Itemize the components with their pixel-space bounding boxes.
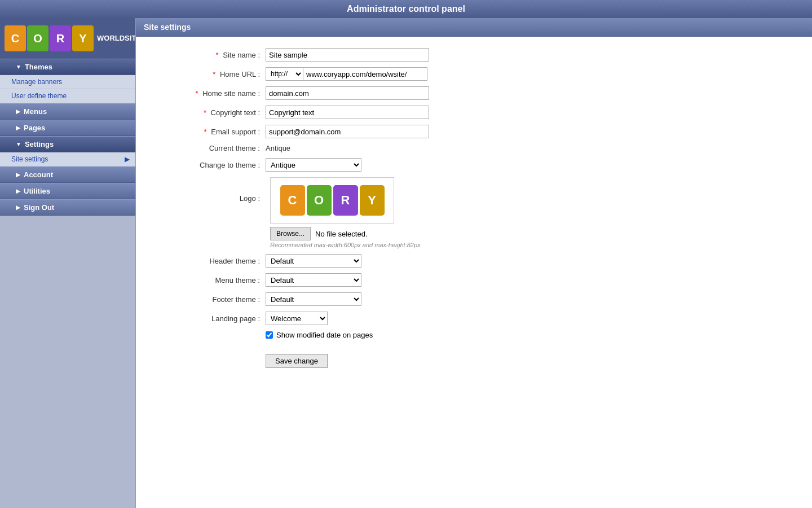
site-name-row: * Site name : (153, 48, 795, 62)
account-label: Account (24, 170, 53, 179)
copyright-text-label: * Copyright text : (153, 108, 266, 117)
copyright-text-row: * Copyright text : (153, 106, 795, 119)
sidebar-item-manage-banners[interactable]: Manage banners (0, 75, 135, 89)
account-arrow-icon: ▶ (16, 172, 20, 178)
header-theme-label: Header theme : (153, 257, 266, 265)
landing-page-row: Landing page : Welcome Home About (153, 312, 795, 325)
logo-piece-r: R (50, 25, 71, 51)
email-support-label: * Email support : (153, 128, 266, 136)
pages-arrow-icon: ▶ (16, 125, 20, 131)
url-group: http:// https:// (266, 67, 427, 81)
settings-label: Settings (25, 140, 54, 148)
change-theme-label: Change to theme : (153, 161, 266, 169)
copyright-text-input[interactable] (266, 106, 429, 119)
landing-page-select[interactable]: Welcome Home About (266, 312, 328, 325)
sidebar: C O R Y WORLDSITE ▼ Themes Manage banner… (0, 18, 135, 508)
manage-banners-label: Manage banners (11, 78, 62, 86)
footer-theme-label: Footer theme : (153, 295, 266, 304)
logo-piece-o: O (27, 25, 48, 51)
sidebar-item-themes[interactable]: ▼ Themes (0, 59, 135, 75)
change-theme-select[interactable]: Antique Default Blue Green Red (266, 158, 361, 172)
menu-theme-row: Menu theme : Default Blue Green Red (153, 273, 795, 287)
site-settings-form: * Site name : * Home URL : http:// https… (136, 37, 812, 385)
preview-piece-c: C (280, 185, 305, 216)
footer-theme-select[interactable]: Default Blue Green Red (266, 292, 361, 306)
main-content: Site settings * Site name : * Home URL : (135, 18, 812, 508)
signout-label: Sign Out (24, 203, 54, 212)
themes-label: Themes (25, 63, 52, 71)
settings-arrow-icon: ▼ (16, 141, 21, 147)
site-logo: C O R Y WORLDSITE (5, 25, 141, 51)
menu-theme-select[interactable]: Default Blue Green Red (266, 273, 361, 287)
sidebar-item-utilities[interactable]: ▶ Utilities (0, 183, 135, 199)
required-star-4: * (204, 108, 206, 117)
file-upload-row: Browse... No file selected. (270, 227, 368, 240)
menu-theme-label: Menu theme : (153, 276, 266, 284)
home-url-row: * Home URL : http:// https:// (153, 67, 795, 81)
save-button[interactable]: Save change (266, 354, 328, 368)
email-support-input[interactable] (266, 125, 429, 138)
pages-label: Pages (24, 124, 45, 132)
site-settings-label: Site settings (11, 155, 48, 163)
logo-row: Logo : C O R Y Browse... No file selecte… (153, 177, 795, 248)
logo-tagline-top: WORLDSITE (97, 34, 141, 43)
required-star-3: * (195, 89, 198, 98)
header-theme-row: Header theme : Default Blue Green Red (153, 254, 795, 268)
sidebar-item-settings[interactable]: ▼ Settings (0, 136, 135, 152)
show-modified-checkbox[interactable] (266, 331, 273, 339)
logo-piece-y: Y (72, 25, 94, 51)
sidebar-item-account[interactable]: ▶ Account (0, 167, 135, 183)
no-file-text: No file selected. (315, 230, 368, 238)
site-settings-arrow-icon: ▶ (125, 155, 130, 163)
admin-title: Administrator control panel (347, 4, 465, 14)
preview-piece-o: O (307, 185, 332, 216)
required-star-2: * (213, 70, 215, 78)
sidebar-item-menus[interactable]: ▶ Menus (0, 103, 135, 120)
menus-label: Menus (24, 107, 47, 116)
landing-page-label: Landing page : (153, 314, 266, 323)
save-row: Save change (153, 351, 795, 368)
current-theme-row: Current theme : Antique (153, 144, 795, 152)
sidebar-item-sign-out[interactable]: ▶ Sign Out (0, 199, 135, 216)
required-star-5: * (204, 128, 207, 136)
signout-arrow-icon: ▶ (16, 204, 20, 211)
logo-preview-area: C O R Y Browse... No file selected. Reco… (270, 177, 421, 248)
show-modified-row: Show modified date on pages (153, 331, 795, 345)
sidebar-item-site-settings[interactable]: Site settings ▶ (0, 152, 135, 167)
current-theme-value: Antique (266, 144, 290, 152)
utilities-label: Utilities (24, 187, 50, 195)
logo-preview-image: C O R Y (278, 183, 387, 218)
footer-theme-row: Footer theme : Default Blue Green Red (153, 292, 795, 306)
logo-text: WORLDSITE (97, 34, 141, 43)
email-support-row: * Email support : (153, 125, 795, 138)
logo-area: C O R Y WORLDSITE (0, 18, 135, 59)
url-protocol-select[interactable]: http:// https:// (266, 67, 303, 81)
change-theme-row: Change to theme : Antique Default Blue G… (153, 158, 795, 172)
utilities-arrow-icon: ▶ (16, 188, 20, 194)
site-name-label: * Site name : (153, 51, 266, 59)
section-title-text: Site settings (144, 23, 191, 32)
user-define-theme-label: User define theme (11, 92, 67, 100)
logo-image-box: C O R Y (270, 177, 394, 224)
logo-piece-c: C (5, 25, 26, 51)
section-title: Site settings (136, 18, 812, 37)
sidebar-item-pages[interactable]: ▶ Pages (0, 120, 135, 136)
site-name-input[interactable] (266, 48, 429, 62)
sidebar-item-user-define-theme[interactable]: User define theme (0, 89, 135, 103)
home-url-label: * Home URL : (153, 70, 266, 78)
required-star: * (216, 51, 219, 59)
home-site-name-input[interactable] (266, 86, 429, 100)
home-site-name-row: * Home site name : (153, 86, 795, 100)
header-theme-select[interactable]: Default Blue Green Red (266, 254, 361, 268)
home-site-name-label: * Home site name : (153, 89, 266, 98)
preview-piece-r: R (333, 185, 358, 216)
url-path-input[interactable] (303, 67, 427, 81)
browse-button[interactable]: Browse... (270, 227, 311, 240)
menus-arrow-icon: ▶ (16, 108, 20, 115)
admin-header: Administrator control panel (0, 0, 812, 18)
preview-piece-y: Y (360, 185, 385, 216)
current-theme-label: Current theme : (153, 144, 266, 152)
show-modified-checkbox-row: Show modified date on pages (266, 331, 373, 339)
show-modified-label: Show modified date on pages (276, 331, 373, 339)
logo-label: Logo : (153, 177, 266, 203)
